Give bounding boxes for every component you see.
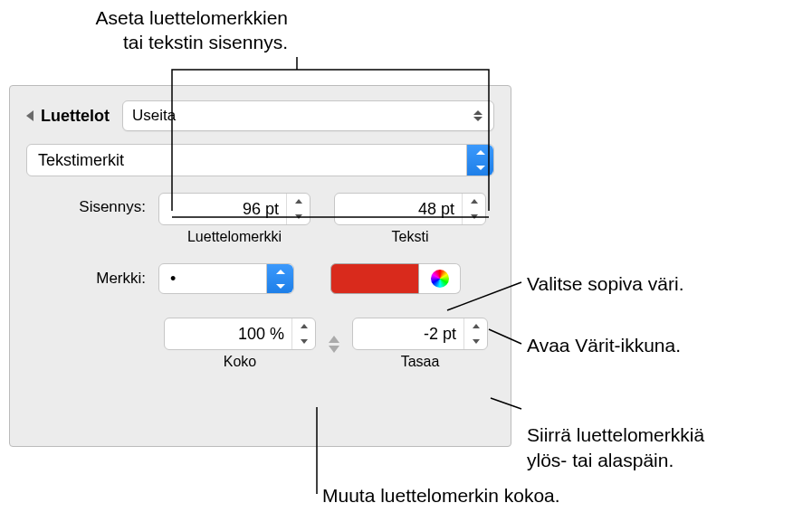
color-picker-button[interactable]	[419, 263, 461, 294]
stepper-icon[interactable]	[462, 194, 485, 224]
callout-size-text: Muuta luettelomerkin kokoa.	[322, 485, 560, 506]
callout-align: Siirrä luettelomerkkiä ylös- tai alaspäi…	[527, 398, 704, 472]
bullet-char-popup[interactable]: •	[158, 263, 294, 294]
lists-section-toggle[interactable]: Luettelot	[26, 107, 110, 126]
callout-color-text: Valitse sopiva väri.	[527, 273, 684, 294]
size-field[interactable]: 100 %	[164, 318, 316, 350]
callout-colorwindow: Avaa Värit-ikkuna.	[527, 333, 681, 357]
disclosure-triangle-icon	[26, 110, 33, 121]
list-format-panel: Luettelot Useita Tekstimerkit Sisennys: …	[9, 85, 511, 447]
vertical-arrows-icon	[323, 330, 345, 357]
text-indent-value: 48 pt	[418, 200, 454, 219]
bullet-type-value: Tekstimerkit	[38, 151, 124, 170]
text-indent-sublabel: Teksti	[334, 229, 486, 245]
chevron-updown-icon	[472, 109, 484, 122]
callout-align-text: Siirrä luettelomerkkiä ylös- tai alaspäi…	[527, 424, 704, 470]
callout-colorwindow-text: Avaa Värit-ikkuna.	[527, 335, 681, 356]
align-sublabel: Tasaa	[352, 354, 488, 370]
blue-stepper-icon	[466, 145, 493, 176]
callout-color: Valitse sopiva väri.	[527, 271, 684, 296]
bullet-indent-sublabel: Luettelomerkki	[158, 229, 310, 245]
indent-label: Sisennys:	[26, 193, 146, 216]
char-label: Merkki:	[26, 270, 146, 288]
callout-indent: Aseta luettelomerkkien tai tekstin sisen…	[34, 5, 288, 55]
list-style-value: Useita	[132, 107, 176, 125]
align-value: -2 pt	[424, 325, 456, 344]
stepper-icon[interactable]	[463, 318, 487, 349]
list-style-popup[interactable]: Useita	[122, 100, 494, 131]
bullet-indent-field[interactable]: 96 pt	[158, 193, 310, 225]
color-wheel-icon	[431, 270, 449, 288]
lists-label: Luettelot	[41, 107, 110, 126]
bullet-char-value: •	[170, 270, 176, 289]
callout-indent-text: Aseta luettelomerkkien tai tekstin sisen…	[96, 7, 288, 52]
stepper-icon[interactable]	[286, 194, 310, 224]
color-swatch[interactable]	[330, 263, 419, 294]
bullet-type-popup[interactable]: Tekstimerkit	[26, 144, 494, 176]
size-sublabel: Koko	[164, 354, 316, 370]
text-indent-field[interactable]: 48 pt	[334, 193, 486, 225]
blue-stepper-icon	[266, 264, 293, 293]
bullet-indent-value: 96 pt	[243, 200, 279, 219]
align-field[interactable]: -2 pt	[352, 318, 488, 350]
callout-size: Muuta luettelomerkin kokoa.	[322, 483, 560, 508]
stepper-icon[interactable]	[291, 318, 315, 349]
size-value: 100 %	[238, 325, 284, 344]
